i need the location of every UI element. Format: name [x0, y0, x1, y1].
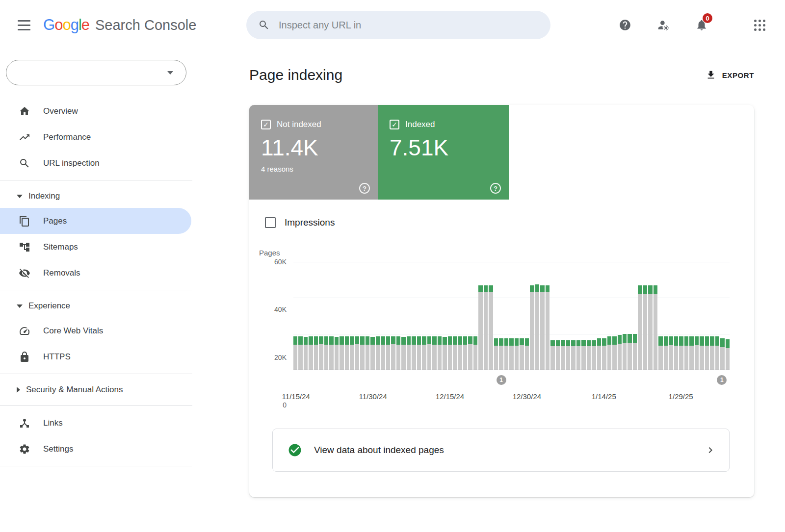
annotation-marker[interactable]: 1	[717, 375, 727, 385]
sidebar-item-pages[interactable]: Pages	[0, 208, 191, 234]
bar[interactable]	[648, 262, 652, 370]
bar[interactable]	[422, 262, 426, 370]
sidebar-item-settings[interactable]: Settings	[0, 436, 191, 462]
manage-users-button[interactable]	[653, 14, 674, 36]
bar[interactable]	[592, 262, 596, 370]
bar[interactable]	[715, 262, 719, 370]
sidebar-item-https[interactable]: HTTPS	[0, 344, 191, 370]
bar[interactable]	[458, 262, 462, 370]
bar[interactable]	[335, 262, 339, 370]
bar[interactable]	[597, 262, 601, 370]
bar[interactable]	[581, 262, 585, 370]
bar[interactable]	[720, 262, 724, 370]
bar[interactable]	[401, 262, 405, 370]
sidebar-item-performance[interactable]: Performance	[0, 124, 191, 150]
bar[interactable]	[293, 262, 297, 370]
bar[interactable]	[556, 262, 560, 370]
bar[interactable]	[468, 262, 472, 370]
bar[interactable]	[726, 262, 730, 370]
bar[interactable]	[628, 262, 631, 370]
bar[interactable]	[473, 262, 477, 370]
bar[interactable]	[304, 262, 308, 370]
bar[interactable]	[345, 262, 349, 370]
bar[interactable]	[520, 262, 523, 370]
sidebar-item-sitemaps[interactable]: Sitemaps	[0, 234, 191, 260]
checkbox-checked-icon[interactable]: ✓	[390, 120, 399, 129]
bar[interactable]	[550, 262, 554, 370]
chevron-right-icon[interactable]	[705, 444, 716, 456]
bar[interactable]	[643, 262, 647, 370]
export-button[interactable]: EXPORT	[706, 70, 754, 80]
sidebar-item-overview[interactable]: Overview	[0, 98, 191, 124]
bar[interactable]	[484, 262, 488, 370]
bar[interactable]	[324, 262, 328, 370]
bar[interactable]	[432, 262, 436, 370]
bar[interactable]	[612, 262, 616, 370]
bar[interactable]	[391, 262, 395, 370]
bar[interactable]	[494, 262, 498, 370]
checkbox-unchecked-icon[interactable]	[265, 217, 276, 228]
bar[interactable]	[376, 262, 380, 370]
bar[interactable]	[412, 262, 416, 370]
bar[interactable]	[509, 262, 513, 370]
bar[interactable]	[710, 262, 714, 370]
checkbox-checked-icon[interactable]: ✓	[261, 120, 271, 129]
bar[interactable]	[298, 262, 302, 370]
bar[interactable]	[530, 262, 534, 370]
sidebar-item-url-inspection[interactable]: URL inspection	[0, 150, 191, 176]
help-icon[interactable]: ?	[490, 183, 501, 194]
url-inspect-searchbar[interactable]	[246, 11, 550, 39]
bar[interactable]	[669, 262, 673, 370]
view-indexed-data-card[interactable]: View data about indexed pages	[272, 429, 730, 472]
bar[interactable]	[576, 262, 580, 370]
bar[interactable]	[638, 262, 642, 370]
help-button[interactable]	[614, 14, 636, 36]
bar[interactable]	[623, 262, 627, 370]
bar[interactable]	[674, 262, 678, 370]
annotation-marker[interactable]: 1	[497, 375, 506, 385]
url-inspect-input[interactable]	[279, 20, 539, 31]
bar[interactable]	[515, 262, 519, 370]
sidebar-section-experience[interactable]: Experience	[0, 294, 192, 318]
bar[interactable]	[340, 262, 343, 370]
bar[interactable]	[705, 262, 709, 370]
bar[interactable]	[618, 262, 622, 370]
bar[interactable]	[489, 262, 493, 370]
bar[interactable]	[695, 262, 699, 370]
property-selector[interactable]	[6, 60, 186, 85]
bar[interactable]	[546, 262, 550, 370]
bar[interactable]	[478, 262, 482, 370]
bar[interactable]	[700, 262, 704, 370]
bar[interactable]	[417, 262, 421, 370]
bar[interactable]	[525, 262, 529, 370]
sidebar-section-security[interactable]: Security & Manual Actions	[0, 378, 192, 402]
sidebar-item-removals[interactable]: Removals	[0, 260, 191, 286]
bar[interactable]	[360, 262, 364, 370]
bar[interactable]	[309, 262, 313, 370]
bar[interactable]	[329, 262, 333, 370]
bar[interactable]	[463, 262, 467, 370]
bar[interactable]	[438, 262, 442, 370]
help-icon[interactable]: ?	[359, 183, 370, 194]
impressions-toggle[interactable]: Impressions	[265, 217, 754, 228]
bar[interactable]	[658, 262, 662, 370]
bar[interactable]	[448, 262, 452, 370]
bar[interactable]	[381, 262, 385, 370]
bar[interactable]	[350, 262, 354, 370]
bar[interactable]	[684, 262, 688, 370]
bar[interactable]	[386, 262, 390, 370]
bar[interactable]	[499, 262, 503, 370]
bar[interactable]	[370, 262, 374, 370]
bar[interactable]	[679, 262, 683, 370]
bar[interactable]	[314, 262, 318, 370]
menu-icon[interactable]	[18, 20, 30, 30]
bar[interactable]	[407, 262, 411, 370]
bar[interactable]	[587, 262, 591, 370]
bar[interactable]	[504, 262, 508, 370]
bar[interactable]	[602, 262, 606, 370]
bar[interactable]	[561, 262, 565, 370]
bar[interactable]	[535, 262, 539, 370]
bar[interactable]	[654, 262, 657, 370]
sidebar-item-core-web-vitals[interactable]: Core Web Vitals	[0, 318, 191, 344]
bar[interactable]	[633, 262, 637, 370]
